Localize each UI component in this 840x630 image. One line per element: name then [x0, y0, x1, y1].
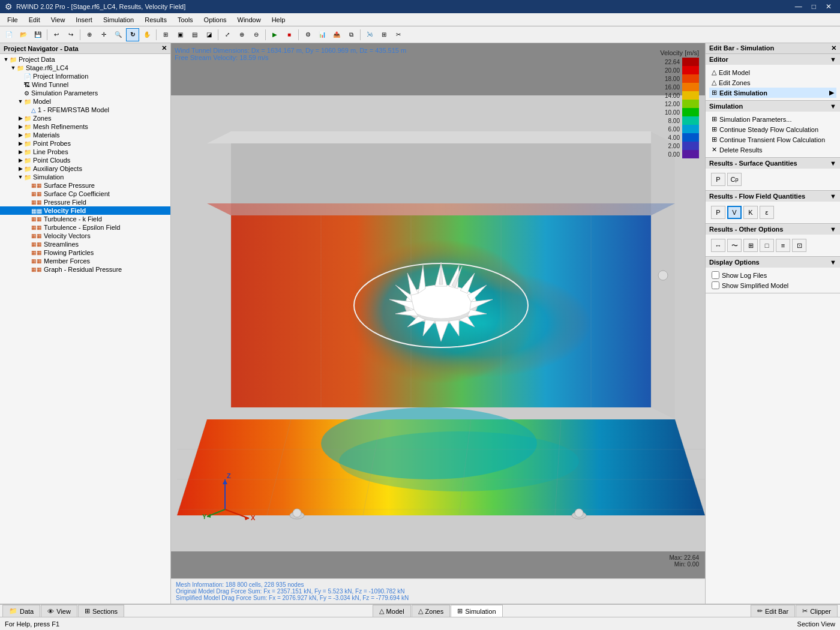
editor-title[interactable]: Editor ▼ — [706, 54, 840, 65]
tb-redo[interactable]: ↪ — [64, 28, 77, 41]
display-options-title[interactable]: Display Options ▼ — [706, 257, 840, 268]
tb-settings[interactable]: ⚙ — [301, 28, 314, 41]
tree-flowing-particles[interactable]: ▦▦ Flowing Particles — [0, 248, 170, 257]
tree-zones[interactable]: ▶ 📁 Zones — [0, 114, 170, 122]
edit-simulation-btn[interactable]: ⊞ Edit Simulation ▶ — [709, 88, 836, 98]
tree-rfem[interactable]: △ 1 - RFEM/RSTAB Model — [0, 106, 170, 114]
flowfield-eps-btn[interactable]: ε — [760, 206, 774, 219]
tree-velocity-vectors[interactable]: ▦▦ Velocity Vectors — [0, 232, 170, 240]
expand-point-clouds[interactable]: ▶ — [17, 157, 24, 163]
title-controls[interactable]: — □ ✕ — [791, 2, 835, 11]
tb-select[interactable]: ⊕ — [83, 28, 96, 41]
tab-model[interactable]: △ Model — [373, 605, 411, 617]
menu-options[interactable]: Options — [199, 15, 232, 25]
other-btn-5[interactable]: ≡ — [776, 239, 790, 252]
tree-turbulence-k[interactable]: ▦▦ Turbulence - k Field — [0, 215, 170, 223]
tb-run[interactable]: ▶ — [268, 28, 281, 41]
tree-surface-cp[interactable]: ▦▦ Surface Cp Coefficient — [0, 190, 170, 198]
tree-stage[interactable]: ▼ 📁 Stage.rf6_LC4 — [0, 64, 170, 72]
tree-root[interactable]: ▼ 📁 Project Data — [0, 55, 170, 64]
surface-p-btn[interactable]: P — [711, 173, 725, 186]
minimize-btn[interactable]: — — [791, 2, 806, 11]
surface-title[interactable]: Results - Surface Quantities ▼ — [706, 158, 840, 169]
tb-open[interactable]: 📂 — [17, 28, 30, 41]
tree-mesh-ref[interactable]: ▶ 📁 Mesh Refinements — [0, 122, 170, 131]
tab-data[interactable]: 📁 Data — [2, 605, 40, 617]
menu-results[interactable]: Results — [140, 15, 172, 25]
other-btn-1[interactable]: ↔ — [711, 239, 725, 252]
expand-zones[interactable]: ▶ — [17, 115, 24, 121]
tree-aux-objects[interactable]: ▶ 📁 Auxiliary Objects — [0, 164, 170, 173]
expand-aux-objects[interactable]: ▶ — [17, 166, 24, 172]
tb-zoomin[interactable]: ⊕ — [235, 28, 248, 41]
edit-model-btn[interactable]: △ Edit Model — [709, 67, 836, 77]
tree-pressure-field[interactable]: ▦▦ Pressure Field — [0, 198, 170, 206]
tree-line-probes[interactable]: ▶ 📁 Line Probes — [0, 148, 170, 156]
menu-window[interactable]: Window — [233, 15, 266, 25]
tb-export[interactable]: 📤 — [330, 28, 343, 41]
flowfield-p-btn[interactable]: P — [711, 206, 725, 219]
continue-steady-btn[interactable]: ⊞ Continue Steady Flow Calculation — [709, 124, 836, 134]
tree-graph-residual[interactable]: ▦▦ Graph - Residual Pressure — [0, 265, 170, 274]
menu-tools[interactable]: Tools — [173, 15, 198, 25]
tab-simulation[interactable]: ⊞ Simulation — [451, 605, 502, 617]
expand-mesh-ref[interactable]: ▶ — [17, 124, 24, 130]
flowfield-title[interactable]: Results - Flow Field Quantities ▼ — [706, 191, 840, 202]
expand-model[interactable]: ▼ — [17, 98, 24, 104]
tb-stop[interactable]: ■ — [283, 28, 296, 41]
close-btn[interactable]: ✕ — [822, 2, 835, 11]
panel-close-btn[interactable]: ✕ — [161, 44, 167, 52]
tb-save[interactable]: 💾 — [31, 28, 44, 41]
tab-zones[interactable]: △ Zones — [412, 605, 451, 617]
tb-wind[interactable]: 🌬 — [363, 28, 376, 41]
tb-rotate[interactable]: ↻ — [126, 28, 139, 41]
sim-params-btn[interactable]: ⊞ Simulation Parameters... — [709, 114, 836, 124]
menu-help[interactable]: Help — [267, 15, 290, 25]
tb-fit[interactable]: ⤢ — [221, 28, 234, 41]
show-log-files-option[interactable]: Show Log Files — [709, 270, 836, 280]
show-log-files-checkbox[interactable] — [712, 271, 719, 279]
surface-cp-btn[interactable]: Cp — [727, 173, 742, 186]
tree-point-probes[interactable]: ▶ 📁 Point Probes — [0, 139, 170, 148]
expand-materials[interactable]: ▶ — [17, 132, 24, 138]
continue-transient-btn[interactable]: ⊞ Continue Transient Flow Calculation — [709, 134, 836, 145]
delete-results-btn[interactable]: ✕ Delete Results — [709, 145, 836, 155]
menu-file[interactable]: File — [2, 15, 23, 25]
flowfield-v-btn[interactable]: V — [727, 206, 742, 219]
other-btn-4[interactable]: □ — [760, 239, 774, 252]
maximize-btn[interactable]: □ — [808, 2, 820, 11]
tab-clipper[interactable]: ✂ Clipper — [796, 605, 838, 617]
tree-turbulence-eps[interactable]: ▦▦ Turbulence - Epsilon Field — [0, 223, 170, 232]
tree-velocity-field[interactable]: ▦▦ Velocity Field — [0, 206, 170, 215]
tb-new[interactable]: 📄 — [2, 28, 16, 41]
tb-iso[interactable]: ◪ — [202, 28, 215, 41]
tab-sections[interactable]: ⊞ Sections — [78, 605, 124, 617]
other-btn-6[interactable]: ⊡ — [792, 239, 806, 252]
tb-clip[interactable]: ✂ — [392, 28, 405, 41]
tab-view[interactable]: 👁 View — [41, 605, 77, 617]
viewport[interactable]: Wind Tunnel Dimensions: Dx = 1634.167 m,… — [171, 43, 705, 604]
tb-copy[interactable]: ⧉ — [344, 28, 358, 41]
expand-root[interactable]: ▼ — [2, 56, 10, 62]
menu-insert[interactable]: Insert — [71, 15, 97, 25]
tb-mesh[interactable]: ⊞ — [377, 28, 391, 41]
tree-streamlines[interactable]: ▦▦ Streamlines — [0, 240, 170, 248]
tree-sim-params[interactable]: ⚙ Simulation Parameters — [0, 89, 170, 97]
tb-chart[interactable]: 📊 — [316, 28, 329, 41]
expand-point-probes[interactable]: ▶ — [17, 140, 24, 146]
tb-pan[interactable]: ✋ — [140, 28, 154, 41]
tree-project-info[interactable]: 📄 Project Information — [0, 72, 170, 80]
tree-point-clouds[interactable]: ▶ 📁 Point Clouds — [0, 156, 170, 164]
expand-line-probes[interactable]: ▶ — [17, 149, 24, 155]
tree-materials[interactable]: ▶ 📁 Materials — [0, 131, 170, 139]
tb-top[interactable]: ⊞ — [159, 28, 172, 41]
show-simplified-model-checkbox[interactable] — [712, 281, 719, 289]
tb-front[interactable]: ▣ — [173, 28, 187, 41]
tab-editbar[interactable]: ✏ Edit Bar — [751, 605, 795, 617]
3d-scene[interactable]: Z X Y — [171, 43, 705, 604]
rpanel-close[interactable]: ✕ — [831, 44, 836, 52]
tree-simulation[interactable]: ▼ 📁 Simulation — [0, 173, 170, 181]
edit-zones-btn[interactable]: △ Edit Zones — [709, 77, 836, 88]
tb-move[interactable]: ✛ — [97, 28, 110, 41]
menu-view[interactable]: View — [46, 15, 70, 25]
